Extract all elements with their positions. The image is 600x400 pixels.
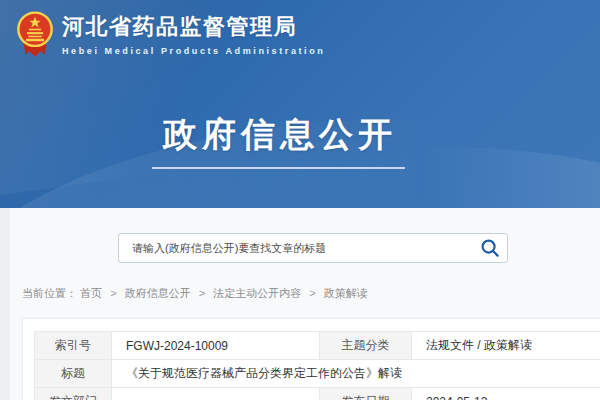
breadcrumb-separator: >	[199, 287, 205, 299]
topic-category-value: 法规文件 / 政策解读	[412, 332, 600, 360]
title-label: 标题	[35, 360, 112, 388]
breadcrumb: 当前位置： 首页 > 政府信息公开 > 法定主动公开内容 > 政策解读	[22, 286, 368, 301]
breadcrumb-item-home[interactable]: 首页	[80, 287, 102, 299]
issuing-department-value	[112, 388, 320, 400]
publish-date-value: 2024-05-13	[412, 388, 600, 400]
issuing-department-label: 发文部门	[35, 388, 112, 400]
org-name-zh: 河北省药品监督管理局	[62, 12, 325, 42]
search-bar	[118, 233, 508, 263]
org-name-block: 河北省药品监督管理局 Hebei Medical Products Admini…	[62, 12, 325, 56]
breadcrumb-item-policy-interpretation[interactable]: 政策解读	[324, 287, 368, 299]
search-input[interactable]	[118, 233, 508, 263]
search-button[interactable]	[480, 238, 500, 258]
china-national-emblem-icon	[16, 9, 54, 59]
page: 河北省药品监督管理局 Hebei Medical Products Admini…	[0, 0, 600, 400]
breadcrumb-prefix: 当前位置：	[22, 287, 77, 299]
banner-title: 政府信息公开	[0, 112, 560, 158]
title-value: 《关于规范医疗器械产品分类界定工作的公告》解读	[112, 360, 600, 388]
breadcrumb-separator: >	[110, 287, 116, 299]
banner-title-underline	[152, 167, 405, 169]
left-gutter	[0, 208, 10, 400]
breadcrumb-separator: >	[309, 287, 315, 299]
index-number-value: FGWJ-2024-10009	[112, 332, 320, 360]
content-area: 当前位置： 首页 > 政府信息公开 > 法定主动公开内容 > 政策解读 索引号 …	[0, 208, 600, 400]
topic-category-label: 主题分类	[320, 332, 412, 360]
article-info-card: 索引号 FGWJ-2024-10009 主题分类 法规文件 / 政策解读 标题 …	[22, 318, 600, 400]
top-banner: 河北省药品监督管理局 Hebei Medical Products Admini…	[0, 0, 600, 208]
index-number-label: 索引号	[35, 332, 112, 360]
site-logo-link[interactable]: 河北省药品监督管理局 Hebei Medical Products Admini…	[16, 9, 325, 59]
breadcrumb-item-proactive-disclosure[interactable]: 法定主动公开内容	[213, 287, 301, 299]
publish-date-label: 发布日期	[320, 388, 412, 400]
magnifier-icon	[480, 238, 500, 258]
org-name-en: Hebei Medical Products Administration	[62, 46, 325, 56]
breadcrumb-item-gov-info[interactable]: 政府信息公开	[125, 287, 191, 299]
article-info-table: 索引号 FGWJ-2024-10009 主题分类 法规文件 / 政策解读 标题 …	[34, 331, 600, 400]
